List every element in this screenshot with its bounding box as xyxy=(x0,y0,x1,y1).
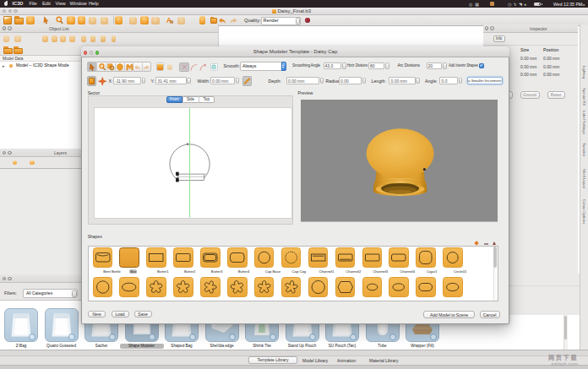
svg-text:N: N xyxy=(170,19,173,24)
